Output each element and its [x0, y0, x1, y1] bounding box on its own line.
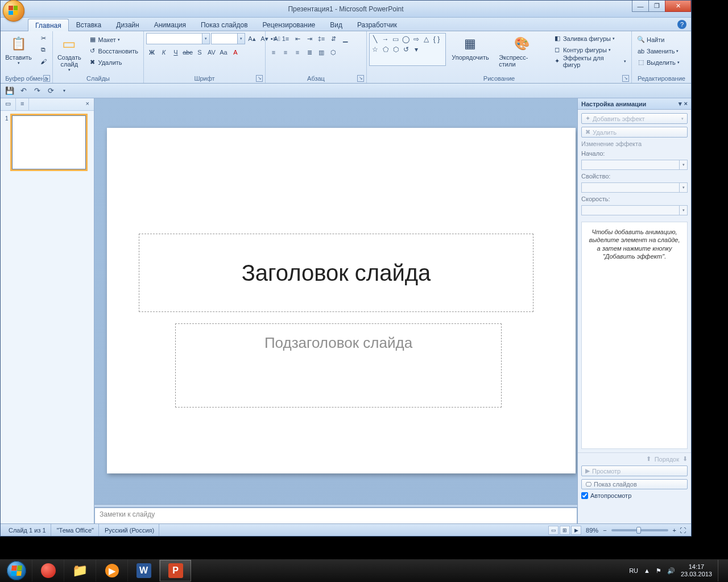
show-desktop[interactable] [718, 560, 723, 581]
line-spacing[interactable]: ‡≡ [316, 33, 327, 44]
spacing-button[interactable]: AV [206, 47, 217, 58]
slide-thumb-1[interactable]: 1 [5, 115, 89, 169]
remove-effect-button[interactable]: ✖Удалить [581, 127, 688, 138]
tray-flag-icon[interactable]: ⚑ [656, 567, 661, 575]
font-color-button[interactable]: A [230, 47, 241, 58]
cut-button[interactable]: ✂ [36, 33, 50, 44]
shape-effects-button[interactable]: ✦Эффекты для фигур▾ [551, 56, 629, 66]
help-icon[interactable]: ? [677, 20, 686, 29]
tab-review[interactable]: Рецензирование [255, 18, 323, 31]
preview-button[interactable]: ▶Просмотр [581, 465, 688, 476]
autopreview-checkbox[interactable]: Автопросмотр [581, 492, 688, 499]
redo-button[interactable]: ↷ [31, 85, 43, 97]
slideshow-view[interactable]: ▶ [571, 526, 581, 535]
font-size-combo[interactable]: ▾ [211, 33, 245, 44]
tab-view[interactable]: Вид [322, 18, 350, 31]
strike-button[interactable]: abc [182, 47, 193, 58]
slide-canvas[interactable]: Заголовок слайда Подзаголовок слайда [94, 98, 577, 504]
align-left[interactable]: ≡ [268, 47, 279, 58]
taskpane-close[interactable]: × [684, 100, 688, 107]
replace-button[interactable]: abЗаменить▾ [634, 45, 682, 56]
delete-slide-button[interactable]: ✖Удалить [86, 57, 141, 68]
fit-to-window[interactable]: ⛶ [677, 527, 688, 534]
close-panel[interactable]: × [81, 98, 94, 110]
tab-home[interactable]: Главная [28, 19, 69, 31]
zoom-slider[interactable] [611, 529, 668, 531]
select-button[interactable]: ⬚Выделить▾ [634, 57, 682, 68]
move-down[interactable]: ⬇ [682, 455, 688, 463]
shape-fill-button[interactable]: ◧Заливка фигуры▾ [551, 33, 629, 44]
quick-styles-button[interactable]: 🎨Экспресс-стили [495, 33, 548, 69]
tab-slideshow[interactable]: Показ слайдов [193, 18, 255, 31]
zoom-out[interactable]: − [603, 527, 606, 534]
font-name-combo[interactable]: ▾ [146, 33, 210, 44]
indent-inc[interactable]: ⇥ [304, 33, 315, 44]
taskbar-explorer[interactable]: 📁 [64, 560, 96, 581]
taskbar-media[interactable]: ▶ [96, 560, 127, 581]
taskpane-menu[interactable]: ▾ [679, 100, 682, 107]
tray-up-icon[interactable]: ▲ [644, 567, 650, 574]
shape-outline-button[interactable]: ◻Контур фигуры▾ [551, 44, 629, 55]
taskbar-powerpoint[interactable]: P [159, 560, 191, 581]
tab-slides[interactable]: ▭ [1, 98, 16, 110]
shadow-button[interactable]: S [194, 47, 205, 58]
minimize-button[interactable]: — [632, 1, 649, 12]
qat-customize[interactable]: ▾ [59, 85, 70, 97]
normal-view[interactable]: ▭ [548, 526, 559, 535]
text-direction[interactable]: ⇵ [328, 33, 339, 44]
tray-volume-icon[interactable]: 🔊 [667, 567, 675, 575]
reset-button[interactable]: ↺Восстановить [86, 45, 141, 56]
indent-dec[interactable]: ⇤ [292, 33, 303, 44]
tab-design[interactable]: Дизайн [109, 18, 146, 31]
tab-animation[interactable]: Анимация [147, 18, 193, 31]
office-button[interactable] [3, 0, 24, 22]
grow-font[interactable]: A▴ [246, 33, 258, 44]
add-effect-button[interactable]: ✦Добавить эффект▾ [581, 113, 688, 124]
taskbar-word[interactable]: W [127, 560, 159, 581]
save-button[interactable]: 💾 [4, 85, 15, 97]
repeat-button[interactable]: ⟳ [45, 85, 56, 97]
bold-button[interactable]: Ж [146, 47, 158, 58]
format-painter-button[interactable]: 🖌 [36, 56, 50, 66]
close-button[interactable]: ✕ [665, 1, 691, 12]
align-right[interactable]: ≡ [292, 47, 303, 58]
notes-pane[interactable]: Заметки к слайду [94, 508, 577, 523]
tab-outline[interactable]: ≡ [16, 98, 29, 110]
shapes-gallery[interactable]: ╲→▭◯⇨△ { }☆⬠⬡↺▾ [369, 33, 446, 66]
property-select[interactable]: ▾ [581, 182, 688, 193]
bullets-button[interactable]: •≡ [268, 33, 279, 44]
paste-button[interactable]: 📋 Вставить▾ [3, 33, 34, 67]
status-lang[interactable]: Русский (Россия) [100, 524, 159, 536]
tab-insert[interactable]: Вставка [69, 18, 109, 31]
dialog-launcher[interactable]: ↘ [357, 75, 364, 82]
title-placeholder[interactable]: Заголовок слайда [139, 234, 533, 312]
case-button[interactable]: Aa [218, 47, 229, 58]
taskbar-opera[interactable] [32, 560, 64, 581]
dialog-launcher[interactable]: ↘ [43, 75, 50, 82]
move-up[interactable]: ⬆ [646, 455, 651, 463]
dialog-launcher[interactable]: ↘ [622, 75, 629, 82]
dialog-launcher[interactable]: ↘ [256, 75, 263, 82]
zoom-value[interactable]: 89% [582, 527, 602, 534]
align-text[interactable]: ▁ [340, 33, 351, 44]
italic-button[interactable]: К [158, 47, 169, 58]
layout-button[interactable]: ▦Макет▾ [86, 34, 141, 45]
align-center[interactable]: ≡ [280, 47, 291, 58]
columns[interactable]: ▥ [316, 47, 327, 58]
arrange-button[interactable]: ▦Упорядочить [448, 33, 493, 63]
start-button[interactable] [1, 559, 32, 582]
subtitle-placeholder[interactable]: Подзаголовок слайда [175, 323, 502, 408]
maximize-button[interactable]: ❐ [648, 1, 665, 12]
status-theme[interactable]: "Тема Office" [52, 524, 99, 536]
underline-button[interactable]: Ч [170, 47, 181, 58]
tab-developer[interactable]: Разработчик [350, 18, 404, 31]
status-slide[interactable]: Слайд 1 из 1 [4, 524, 51, 536]
tray-lang[interactable]: RU [629, 567, 638, 574]
slideshow-button[interactable]: 🖵Показ слайдов [581, 479, 688, 489]
sorter-view[interactable]: ⊞ [560, 526, 570, 535]
numbering-button[interactable]: 1≡ [280, 33, 291, 44]
justify[interactable]: ≣ [304, 47, 315, 58]
convert-smartart[interactable]: ⬡ [328, 47, 339, 58]
speed-select[interactable]: ▾ [581, 205, 688, 215]
find-button[interactable]: 🔍Найти [634, 34, 682, 45]
